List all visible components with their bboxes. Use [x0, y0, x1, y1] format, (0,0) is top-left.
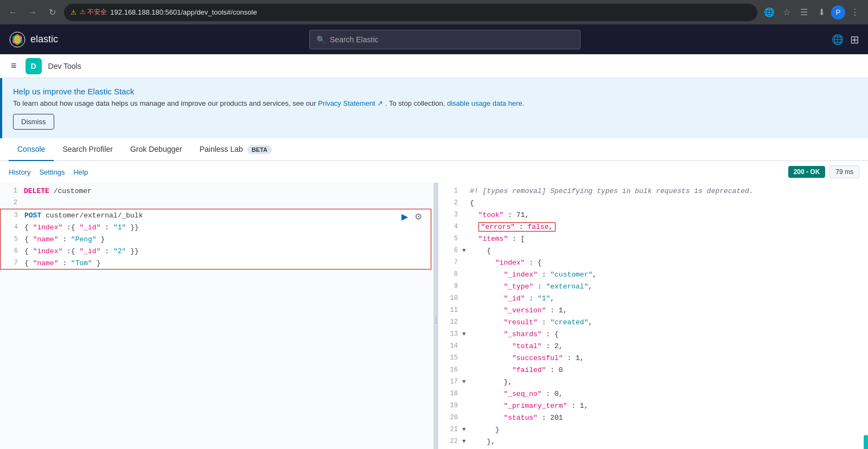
code-editor[interactable]: 1 DELETE /customer 2 3 POST customer/ext…	[0, 183, 433, 272]
out-content-1: #! [types removal] Specifying types in b…	[470, 187, 864, 195]
output-line-18: 18 "_seq_no" : 0,	[438, 388, 868, 400]
editor-line-2: 2	[0, 197, 433, 209]
action-buttons: ▶ ⚙	[399, 209, 424, 224]
out-num-20: 20	[443, 414, 458, 421]
out-num-6: 6	[443, 247, 458, 254]
out-num-9: 9	[443, 283, 458, 290]
reload-button[interactable]: ↻	[44, 5, 60, 20]
search-placeholder: Search Elastic	[330, 35, 573, 44]
app-header: elastic 🔍 Search Elastic 🌐 ⊞	[0, 24, 868, 54]
out-content-18: "_seq_no" : 0,	[470, 390, 864, 398]
status-badge: 200 - OK	[788, 166, 826, 178]
browser-menu-button[interactable]: ⋮	[847, 5, 863, 20]
out-num-2: 2	[443, 199, 458, 207]
out-content-2: {	[470, 199, 864, 207]
history-button[interactable]: ☰	[796, 5, 812, 20]
editor-panel[interactable]: 1 DELETE /customer 2 3 POST customer/ext…	[0, 183, 434, 449]
banner-title: Help us improve the Elastic Stack	[13, 87, 857, 96]
settings-link[interactable]: Settings	[39, 168, 65, 176]
line-content-3: POST customer/external/_bulk	[24, 211, 426, 220]
beta-badge: BETA	[247, 145, 272, 154]
help-link[interactable]: Help	[73, 168, 88, 176]
global-search-bar[interactable]: 🔍 Search Elastic	[309, 30, 580, 49]
output-line-17: 17 ▼ },	[438, 376, 868, 388]
out-content-12: "result" : "created",	[470, 318, 864, 326]
search-icon: 🔍	[316, 35, 326, 44]
output-line-19: 19 "_primary_term" : 1,	[438, 400, 868, 412]
elastic-logo[interactable]: elastic	[9, 31, 58, 48]
editor-line-5: 5 { "name" : "Peng" }	[1, 233, 431, 245]
out-content-3: "took" : 71,	[470, 211, 864, 219]
output-line-13: 13 ▼ "_shards" : {	[438, 328, 868, 340]
errors-highlight: "errors" : false,	[478, 222, 556, 232]
line-content-4: { "index" :{ "_id" : "1" }}	[24, 223, 426, 232]
dismiss-button[interactable]: Dismiss	[13, 114, 54, 130]
out-num-13: 13	[443, 330, 458, 338]
hamburger-menu-button[interactable]: ≡	[9, 58, 19, 74]
apps-icon[interactable]: ⊞	[850, 33, 859, 46]
settings-button[interactable]: ⚙	[412, 209, 424, 224]
privacy-statement-link[interactable]: Privacy Statement ↗	[318, 99, 383, 107]
out-num-12: 12	[443, 318, 458, 326]
out-num-8: 8	[443, 271, 458, 278]
security-label: ⚠ 不安全	[80, 8, 107, 17]
app-badge: D	[25, 58, 42, 74]
url-text: 192.168.188.180:5601/app/dev_tools#/cons…	[110, 8, 257, 16]
bookmark-button[interactable]: ☆	[779, 5, 794, 20]
tab-painless-lab[interactable]: Painless Lab BETA	[191, 138, 280, 161]
globe-icon[interactable]: 🌐	[832, 34, 844, 46]
editor-line-3: 3 POST customer/external/_bulk ▶ ⚙	[1, 209, 431, 221]
out-content-10: "_id" : "1",	[470, 294, 864, 303]
out-content-15: "successful" : 1,	[470, 354, 864, 362]
address-bar[interactable]: ⚠ ⚠ 不安全 192.168.188.180:5601/app/dev_too…	[64, 4, 757, 21]
translate-button[interactable]: 🌐	[762, 5, 777, 20]
profile-button[interactable]: P	[831, 5, 845, 20]
editor-line-1: 1 DELETE /customer	[0, 185, 433, 197]
line-number-1: 1	[4, 187, 17, 195]
path-customer: /customer	[54, 187, 92, 195]
scrollbar-indicator[interactable]	[864, 435, 868, 449]
resize-handle[interactable]: ⋮	[434, 183, 438, 449]
back-button[interactable]: ←	[5, 5, 21, 20]
tab-search-profiler[interactable]: Search Profiler	[54, 138, 122, 161]
post-path: customer/external/_bulk	[46, 211, 143, 220]
main-content: 1 DELETE /customer 2 3 POST customer/ext…	[0, 183, 868, 449]
line-content-5: { "name" : "Peng" }	[24, 235, 426, 243]
out-content-21: }	[470, 426, 864, 434]
output-line-4: 4 "errors" : false,	[438, 221, 868, 233]
out-content-4: "errors" : false,	[470, 222, 864, 232]
banner-text: To learn about how usage data helps us m…	[13, 99, 857, 107]
line-number-4: 4	[5, 223, 18, 231]
svg-point-3	[14, 34, 21, 45]
out-num-21: 21	[443, 426, 458, 433]
history-link[interactable]: History	[9, 168, 30, 176]
forward-button[interactable]: →	[25, 5, 40, 20]
out-content-22: },	[470, 438, 864, 446]
line-content-6: { "index" :{ "_id" : "2" }}	[24, 247, 426, 255]
out-num-4: 4	[443, 223, 458, 230]
selected-block: 3 POST customer/external/_bulk ▶ ⚙ 4 { "…	[0, 209, 431, 270]
keyword-post: POST	[24, 211, 41, 220]
out-content-13: "_shards" : {	[470, 330, 864, 338]
keyword-delete: DELETE	[24, 187, 49, 195]
run-button[interactable]: ▶	[399, 209, 410, 224]
output-line-7: 7 "index" : {	[438, 256, 868, 268]
out-num-16: 16	[443, 366, 458, 374]
tab-console[interactable]: Console	[9, 138, 54, 161]
out-content-16: "failed" : 0	[470, 366, 864, 374]
out-content-7: "index" : {	[470, 259, 864, 267]
output-line-8: 8 "_index" : "customer",	[438, 268, 868, 280]
ms-badge: 79 ms	[829, 165, 859, 178]
disable-usage-link[interactable]: disable usage data here.	[447, 99, 524, 107]
editor-line-6: 6 { "index" :{ "_id" : "2" }}	[1, 245, 431, 257]
out-gutter-22: ▼	[462, 438, 470, 445]
download-button[interactable]: ⬇	[814, 5, 829, 20]
out-gutter-21: ▼	[462, 426, 470, 433]
tab-grok-debugger[interactable]: Grok Debugger	[122, 138, 191, 161]
out-num-7: 7	[443, 259, 458, 266]
line-number-2: 2	[4, 199, 17, 207]
output-line-1: 1 #! [types removal] Specifying types in…	[438, 185, 868, 197]
line-content-7: { "name" : "Tom" }	[24, 259, 426, 267]
output-panel[interactable]: 1 #! [types removal] Specifying types in…	[438, 183, 868, 449]
output-line-22: 22 ▼ },	[438, 435, 868, 447]
